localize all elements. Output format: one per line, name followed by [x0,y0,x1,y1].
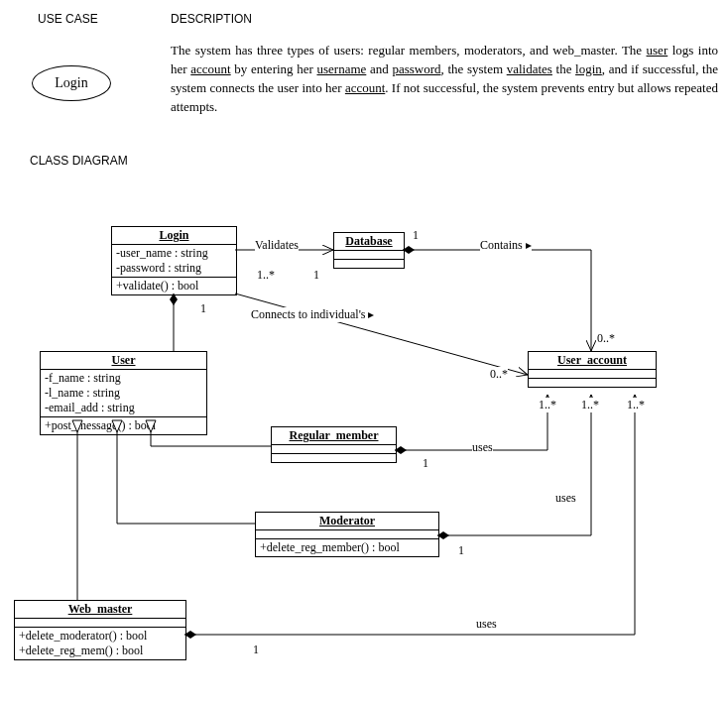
rel-validates: Validates [255,238,299,253]
rel-uses-wm: uses [476,617,497,632]
rel-uses-rm: uses [472,440,493,455]
rel-contains: Contains ▸ [480,238,532,253]
class-database: Database [333,232,405,269]
mult-db-login-1: 1 [313,268,319,283]
class-regularmember: Regular_member [271,426,397,463]
mult-rm-ua-1m: 1..* [539,398,556,412]
section-description: DESCRIPTION [171,12,252,26]
mult-wm-1: 1 [253,643,259,657]
class-useraccount-title: User_account [529,352,656,370]
mult-mod-ua-1m: 1..* [581,398,599,412]
class-login-title: Login [112,227,236,245]
section-usecase: USE CASE [38,12,98,26]
class-webmaster: Web_master +delete_moderator() : bool +d… [14,600,186,660]
mult-login-db-1m: 1..* [257,268,275,283]
usecase-login: Login [32,65,111,101]
section-classdiagram: CLASS DIAGRAM [30,154,128,168]
mult-mod-1: 1 [458,543,464,558]
class-database-title: Database [334,233,404,251]
description-text: The system has three types of users: reg… [171,42,718,116]
class-webmaster-title: Web_master [15,601,185,619]
class-moderator-title: Moderator [256,513,438,530]
svg-line-3 [235,293,528,375]
class-regularmember-title: Regular_member [272,427,396,445]
usecase-login-label: Login [55,75,87,91]
class-moderator: Moderator +delete_reg_member() : bool [255,512,439,557]
rel-connects: Connects to individual's ▸ [251,307,375,322]
mult-connects-0m: 0..* [490,367,508,382]
mult-wm-ua-1m: 1..* [627,398,645,412]
mult-contains-0m: 0..* [597,331,615,346]
class-login: Login -user_name : string -password : st… [111,226,237,295]
class-user: User -f_name : string -l_name : string -… [40,351,207,435]
class-useraccount: User_account [528,351,657,388]
mult-rm-1: 1 [423,456,428,471]
mult-db-contains-1: 1 [413,228,419,243]
mult-login-connects-1: 1 [200,301,206,316]
rel-uses-mod: uses [555,491,576,506]
class-user-title: User [41,352,206,370]
